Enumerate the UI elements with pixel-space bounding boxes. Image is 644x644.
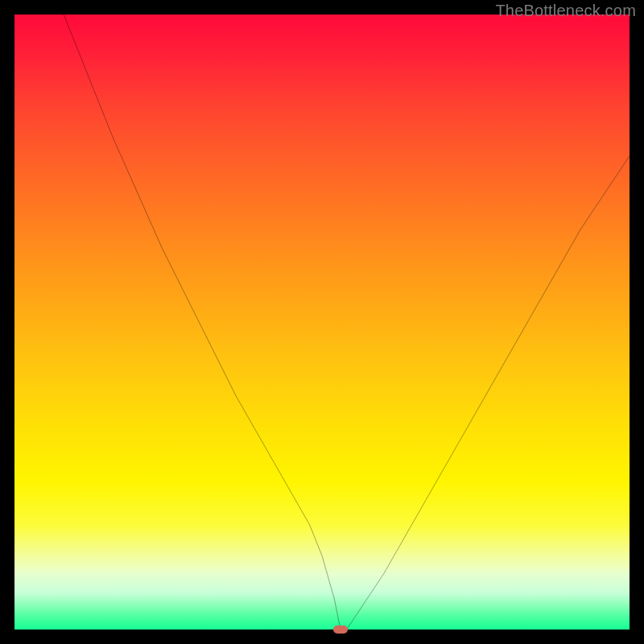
bottleneck-curve xyxy=(14,14,630,630)
plot-area xyxy=(14,14,630,630)
watermark-text: TheBottleneck.com xyxy=(495,2,636,20)
optimum-marker xyxy=(333,625,348,634)
chart-frame: TheBottleneck.com xyxy=(0,0,644,644)
